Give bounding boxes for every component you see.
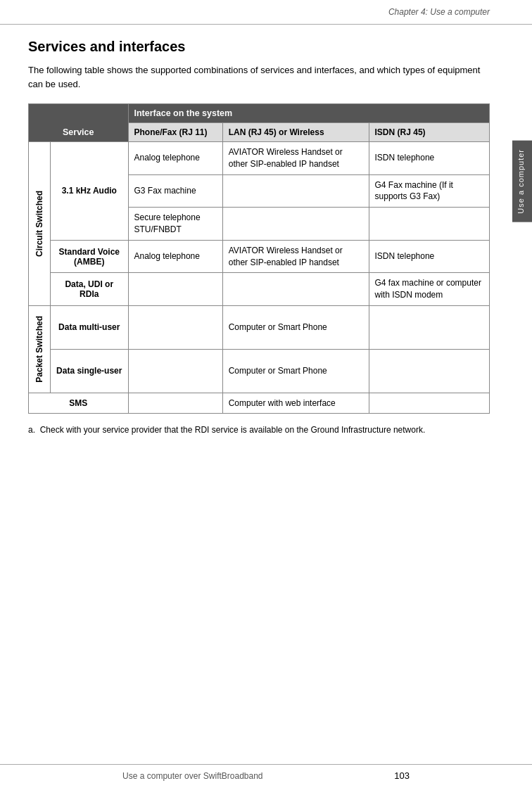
table-row: Circuit Switched3.1 kHz AudioAnalog tele… (29, 142, 490, 175)
col-sub-lan: LAN (RJ 45) or Wireless (222, 123, 369, 142)
services-table: Service Interface on the system Phone/Fa… (28, 103, 490, 414)
cell-isdn (369, 305, 489, 349)
sidebar-tab: Use a computer (512, 141, 532, 222)
cell-phone (128, 305, 222, 349)
subgroup-label: Standard Voice (AMBE) (51, 240, 129, 273)
cell-phone: G3 Fax machine (128, 174, 222, 208)
col-header-interface: Interface on the system (128, 104, 489, 123)
subgroup-label: Data, UDI or RDIa (51, 273, 129, 306)
group-label: Circuit Switched (29, 142, 51, 306)
cell-lan (222, 174, 369, 208)
section-title: Services and interfaces (28, 39, 490, 55)
cell-isdn (369, 393, 489, 414)
subgroup-label: Data single-user (51, 349, 129, 393)
cell-lan: AVIATOR Wireless Handset or other SIP-en… (222, 142, 369, 175)
cell-isdn: G4 Fax machine (If it supports G3 Fax) (369, 174, 489, 208)
subgroup-label: Data multi-user (51, 305, 129, 349)
cell-phone (128, 393, 222, 414)
cell-lan: Computer or Smart Phone (222, 305, 369, 349)
table-row: Standard Voice (AMBE)Analog telephoneAVI… (29, 240, 490, 273)
cell-isdn: G4 fax machine or computer with ISDN mod… (369, 273, 489, 306)
footnote: a. Check with your service provider that… (28, 424, 490, 436)
cell-isdn: ISDN telephone (369, 142, 489, 175)
col-header-service: Service (29, 104, 129, 142)
table-row: SMSComputer with web interface (29, 393, 490, 414)
cell-isdn: ISDN telephone (369, 240, 489, 273)
group-label: SMS (29, 393, 129, 414)
table-row: Packet SwitchedData multi-userComputer o… (29, 305, 490, 349)
page-footer: Use a computer over SwiftBroadband 103 (0, 764, 532, 781)
col-sub-isdn: ISDN (RJ 45) (369, 123, 489, 142)
cell-isdn (369, 208, 489, 241)
cell-phone (128, 273, 222, 306)
cell-lan (222, 208, 369, 241)
cell-isdn (369, 349, 489, 393)
cell-lan (222, 273, 369, 306)
col-sub-phone: Phone/Fax (RJ 11) (128, 123, 222, 142)
group-label: Packet Switched (29, 305, 51, 393)
table-row: Data single-userComputer or Smart Phone (29, 349, 490, 393)
cell-phone: Analog telephone (128, 142, 222, 175)
cell-phone: Analog telephone (128, 240, 222, 273)
intro-text: The following table shows the supported … (28, 63, 490, 91)
table-row: Data, UDI or RDIaG4 fax machine or compu… (29, 273, 490, 306)
cell-lan: Computer with web interface (222, 393, 369, 414)
cell-lan: AVIATOR Wireless Handset or other SIP-en… (222, 240, 369, 273)
page-header: Chapter 4: Use a computer (0, 0, 532, 25)
cell-phone: Secure telephone STU/FNBDT (128, 208, 222, 241)
cell-phone (128, 349, 222, 393)
subgroup-label: 3.1 kHz Audio (51, 142, 129, 241)
cell-lan: Computer or Smart Phone (222, 349, 369, 393)
